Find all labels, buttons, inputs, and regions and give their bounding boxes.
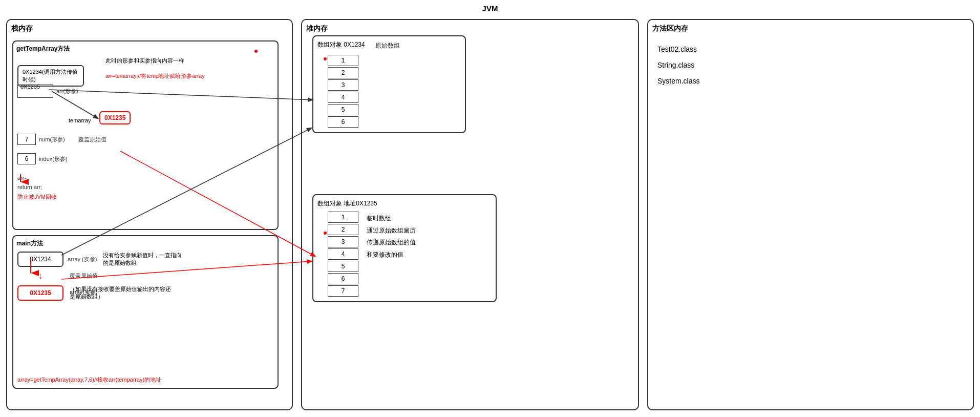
stack-title: 栈内存 [11,24,288,33]
num-val: 7 [25,136,29,143]
num-cell: 7 [17,134,36,145]
heap-note3: 传递原始数组的值 [367,237,416,248]
main-addr1-box: 0X1234 [17,252,63,267]
arr-note: arr- [17,175,26,181]
heap-array2-title: 数组对象 地址0X1235 [317,200,377,207]
heap-a1-r2: 2 [328,67,358,78]
method-title: 方法区内存 [652,24,969,33]
cover-note1: 覆盖原始值 [78,136,106,143]
method-list: Test02.class String.class System.class [652,36,969,94]
heap-a2-r3: 3 [328,236,358,247]
heap-a1-r5: 5 [328,104,358,115]
heap-a2-r1: 1 [328,212,358,223]
heap-title: 堆内存 [306,24,634,33]
heap-array1-subtitle: 原始数组 [375,41,400,50]
arr-label: arr(形参) [56,88,78,95]
index-cell: 6 [17,153,36,164]
method-section: 方法区内存 Test02.class String.class System.c… [647,19,974,410]
heap-array2: 数组对象 地址0X1235 1 2 3 4 5 6 7 临时数组 通过原始数组遍… [312,194,497,310]
heap-a2-r4: 4 [328,248,358,260]
heap-a1-r4: 4 [328,92,358,103]
note1: 此时的形参和实参指向内容一样 [105,57,187,65]
get-temp-frame: getTempArray方法 此时的形参和实参指向内容一样 0X1234(调用方… [12,40,279,230]
get-temp-addr-text: 0X1234(调用方法传值时候) [23,69,78,82]
heap-section: 堆内存 数组对象 0X1234 原始数组 1 2 3 4 5 6 [301,19,639,410]
main-addr1-note: 没有给实参赋新值时，一直指向的是原始数组 [103,252,185,266]
method-item-2: String.class [657,57,964,73]
method-item-3: System.class [657,73,964,89]
main-frame: main方法 0X1234 array (实参) 没有给实参赋新值时，一直指向的… [12,235,279,389]
note2: arr=temarray;//将temp地址赋给形参array [105,72,208,80]
temarray-label: temarray [69,117,91,123]
main-addr2-text: 0X1235 [30,289,51,297]
stack-section: 栈内存 getTempArray方法 此时的形参和实参指向内容一样 0X1234… [6,19,293,410]
main-addr2-box: 0X1235 [17,285,63,301]
heap-a2-r7: 7 [328,285,358,297]
heap-a1-r3: 3 [328,79,358,91]
cover-note2: 覆盖原始值 [70,272,98,280]
index-label: index(形参) [39,155,68,163]
main-addr1-text: 0X1234 [30,256,51,263]
method-item-1: Test02.class [657,41,964,57]
main-addr1-label: array (实参) [68,256,97,263]
heap-note2: 通过原始数组遍历 [367,225,416,237]
bottom-note: array=getTempArray(array,7,6)//接收arr(tem… [17,376,273,384]
num-label: num(形参) [39,136,65,143]
heap-a1-r6: 6 [328,116,358,128]
main-frame-title: main方法 [16,239,274,248]
heap-note4: 和要修改的值 [367,249,416,261]
heap-array1-title: 数组对象 0X1234 [317,40,365,49]
page-title: JVM [0,0,980,15]
heap-a2-r5: 5 [328,261,358,272]
return-note: return arr; [17,184,42,190]
main-addr2-label: array(实参) [70,288,97,296]
heap-a2-r6: 6 [328,273,358,284]
heap-array1: 数组对象 0X1234 原始数组 1 2 3 4 5 6 [312,35,466,141]
temarray-addr-box: 0X1235 [99,111,131,124]
arr-addr-inner: 0X1235 [20,84,40,90]
heap-a2-r2: 2 [328,224,358,235]
heap-note1: 临时数组 [367,213,416,224]
heap-a1-r1: 1 [328,55,358,66]
index-val: 6 [25,155,29,162]
get-temp-title: getTempArray方法 [16,45,274,53]
jvm-note: 防止被JVM回收 [17,193,57,201]
